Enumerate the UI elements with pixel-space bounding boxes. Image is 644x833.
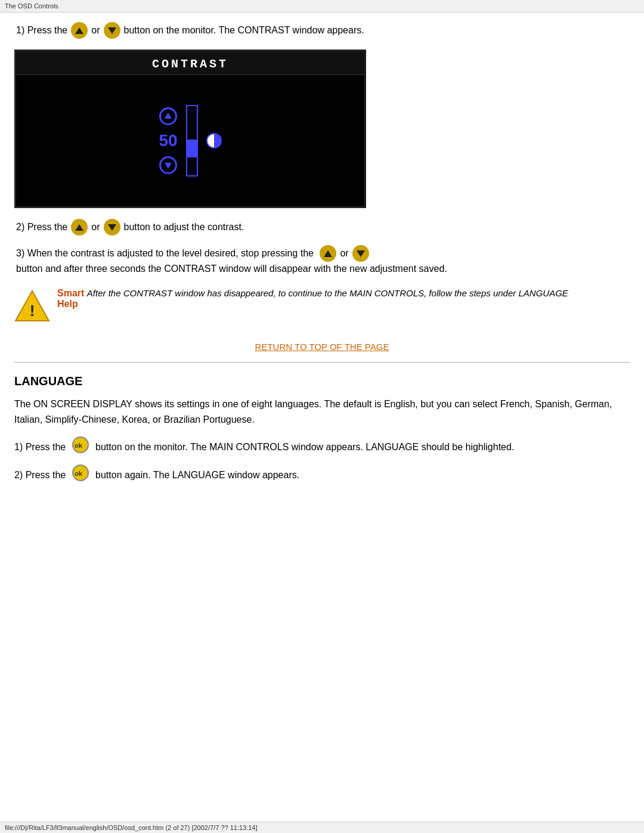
language-section: LANGUAGE The ON SCREEN DISPLAY shows its… bbox=[14, 374, 630, 482]
down-button-step3[interactable] bbox=[352, 245, 369, 262]
section-divider bbox=[14, 362, 630, 363]
lang-step1-suffix: button on the monitor. The MAIN CONTROLS… bbox=[95, 442, 514, 452]
svg-text:ok: ok bbox=[75, 442, 83, 449]
title-bar-text: The OSD Controls bbox=[5, 2, 58, 10]
step3-or: or bbox=[340, 246, 348, 261]
contrast-inner: 50 bbox=[159, 105, 221, 176]
up-button-step1[interactable] bbox=[71, 22, 88, 39]
smart-help-italic-text: After the CONTRAST window has disappeare… bbox=[87, 288, 568, 298]
help-label: Help bbox=[57, 299, 78, 309]
up-button-step2[interactable] bbox=[71, 219, 88, 236]
step3-text: 3) When the contrast is adjusted to the … bbox=[16, 246, 314, 261]
svg-text:!: ! bbox=[30, 302, 35, 320]
contrast-slider-track bbox=[186, 105, 198, 176]
step1-line: 1) Press the or button on the monitor. T… bbox=[14, 22, 630, 39]
contrast-slider-area bbox=[186, 105, 198, 176]
step2-or: or bbox=[91, 220, 100, 234]
status-bar-text: file:///D|/Rita/LF3/lf3manual/english/OS… bbox=[5, 824, 258, 831]
language-step2: 2) Press the ok button again. The LANGUA… bbox=[14, 465, 630, 483]
step3-line: 3) When the contrast is adjusted to the … bbox=[14, 245, 630, 276]
contrast-slider-thumb bbox=[187, 140, 198, 157]
smart-label: Smart bbox=[57, 288, 87, 298]
up-button-step3[interactable] bbox=[320, 245, 336, 262]
step2-suffix: button to adjust the contrast. bbox=[124, 220, 244, 234]
step1-or: or bbox=[91, 23, 100, 38]
ok-button-lang-step1[interactable]: ok bbox=[72, 436, 89, 453]
down-button-step2[interactable] bbox=[104, 219, 120, 236]
step3-suffix: button and after three seconds the CONTR… bbox=[16, 262, 447, 276]
title-bar: The OSD Controls bbox=[0, 0, 644, 13]
contrast-content-area: 50 bbox=[16, 75, 364, 206]
step1-suffix: button on the monitor. The CONTRAST wind… bbox=[124, 23, 364, 38]
svg-text:ok: ok bbox=[75, 470, 83, 477]
warning-triangle-icon: ! bbox=[14, 288, 50, 324]
down-button-step1[interactable] bbox=[104, 22, 120, 39]
smart-help-section: ! Smart After the CONTRAST window has di… bbox=[14, 288, 630, 324]
main-content: 1) Press the or button on the monitor. T… bbox=[0, 13, 644, 501]
language-description: The ON SCREEN DISPLAY shows its settings… bbox=[14, 397, 630, 427]
contrast-up-indicator bbox=[159, 107, 177, 125]
contrast-value: 50 bbox=[159, 131, 177, 150]
lang-step1-prefix: 1) Press the bbox=[14, 442, 66, 452]
ok-button-lang-step2[interactable]: ok bbox=[72, 465, 89, 481]
step1-prefix: 1) Press the bbox=[16, 23, 67, 38]
contrast-controls: 50 bbox=[159, 107, 177, 174]
lang-step2-suffix: button again. The LANGUAGE window appear… bbox=[95, 470, 299, 480]
contrast-icon bbox=[206, 133, 222, 148]
contrast-title: CONTRAST bbox=[16, 51, 364, 75]
lang-step2-prefix: 2) Press the bbox=[14, 470, 66, 480]
return-link-container: RETURN TO TOP OF THE PAGE bbox=[14, 342, 630, 352]
language-step1: 1) Press the ok button on the monitor. T… bbox=[14, 436, 630, 455]
status-bar: file:///D|/Rita/LF3/lf3manual/english/OS… bbox=[0, 822, 644, 833]
smart-help-text-area: Smart After the CONTRAST window has disa… bbox=[57, 288, 568, 309]
step2-line: 2) Press the or button to adjust the con… bbox=[14, 219, 630, 236]
contrast-down-indicator bbox=[159, 156, 177, 174]
language-section-title: LANGUAGE bbox=[14, 374, 630, 388]
step2-prefix: 2) Press the bbox=[16, 220, 67, 234]
return-to-top-link[interactable]: RETURN TO TOP OF THE PAGE bbox=[255, 342, 389, 352]
contrast-window-diagram: CONTRAST 50 bbox=[14, 49, 366, 208]
